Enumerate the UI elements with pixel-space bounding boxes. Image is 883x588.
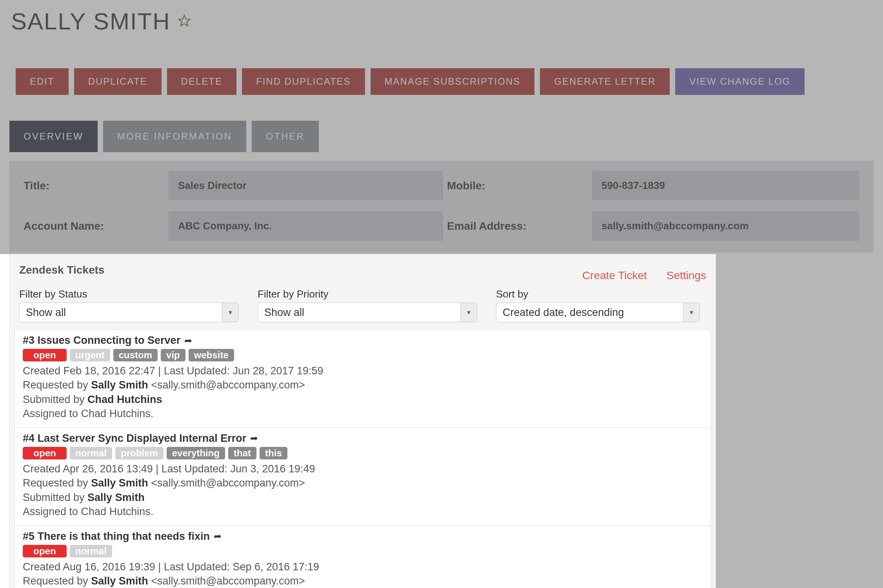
sort-by-label: Sort by xyxy=(496,288,700,300)
ticket-tag: website xyxy=(189,349,234,361)
mobile-value: 590-837-1839 xyxy=(592,171,859,200)
tab-other[interactable]: OTHER xyxy=(252,121,319,152)
status-badge: open xyxy=(23,447,67,459)
type-badge: problem xyxy=(115,447,164,459)
ticket-tag: this xyxy=(260,447,287,459)
filter-status-value: Show all xyxy=(20,307,222,319)
chevron-down-icon: ▾ xyxy=(222,303,238,322)
sort-by-value: Created date, descending xyxy=(496,307,683,319)
ticket-assigned-to: Assigned to Chad Hutchins. xyxy=(23,505,703,519)
account-value: ABC Company, Inc. xyxy=(169,211,443,241)
tab-more-information[interactable]: MORE INFORMATION xyxy=(103,121,246,152)
delete-button[interactable]: DELETE xyxy=(167,68,236,95)
ticket-row: #4 Last Server Sync Displayed Internal E… xyxy=(15,428,710,526)
ticket-tag: vip xyxy=(161,349,185,361)
create-ticket-link[interactable]: Create Ticket xyxy=(582,269,647,282)
manage-subscriptions-button[interactable]: MANAGE SUBSCRIPTIONS xyxy=(371,68,535,95)
ticket-submitted-by: Submitted by Sally Smith xyxy=(23,490,703,505)
ticket-requested-by: Requested by Sally Smith <sally.smith@ab… xyxy=(23,574,703,588)
ticket-list: #3 Issues Connecting to Server ➦ open ur… xyxy=(15,329,711,588)
zendesk-title: Zendesk Tickets xyxy=(19,264,104,276)
ticket-submitted-by: Submitted by Chad Hutchins xyxy=(23,392,703,407)
edit-button[interactable]: EDIT xyxy=(16,68,69,95)
ticket-title[interactable]: #3 Issues Connecting to Server xyxy=(23,334,180,347)
priority-badge: normal xyxy=(70,447,112,459)
account-label: Account Name: xyxy=(24,220,165,232)
ticket-tag: everything xyxy=(167,447,225,459)
email-label: Email Address: xyxy=(447,220,588,232)
generate-letter-button[interactable]: GENERATE LETTER xyxy=(540,68,670,95)
status-badge: open xyxy=(23,545,67,557)
share-icon[interactable]: ➦ xyxy=(250,433,258,444)
ticket-requested-by: Requested by Sally Smith <sally.smith@ab… xyxy=(23,378,703,392)
zendesk-panel: Zendesk Tickets Create Ticket Settings F… xyxy=(9,254,716,588)
ticket-requested-by: Requested by Sally Smith <sally.smith@ab… xyxy=(23,476,703,490)
tab-overview[interactable]: OVERVIEW xyxy=(9,121,98,152)
email-value: sally.smith@abccompany.com xyxy=(592,211,859,241)
share-icon[interactable]: ➦ xyxy=(184,335,192,346)
status-badge: open xyxy=(23,349,67,361)
favorite-star-icon[interactable] xyxy=(178,14,191,29)
priority-badge: urgent xyxy=(70,349,110,361)
filter-status-label: Filter by Status xyxy=(19,288,239,300)
chevron-down-icon: ▾ xyxy=(683,303,699,322)
filter-status-select[interactable]: Show all ▾ xyxy=(19,303,239,322)
svg-marker-0 xyxy=(178,15,189,25)
ticket-row: #3 Issues Connecting to Server ➦ open ur… xyxy=(15,330,710,428)
duplicate-button[interactable]: DUPLICATE xyxy=(74,68,162,95)
overview-panel: Title: Sales Director Mobile: 590-837-18… xyxy=(9,161,874,252)
filter-priority-select[interactable]: Show all ▾ xyxy=(258,303,477,322)
ticket-tag: custom xyxy=(113,349,158,361)
filter-priority-value: Show all xyxy=(258,307,460,319)
sort-by-select[interactable]: Created date, descending ▾ xyxy=(496,303,700,322)
priority-badge: normal xyxy=(70,545,112,557)
title-value: Sales Director xyxy=(169,171,443,200)
settings-link[interactable]: Settings xyxy=(667,269,706,282)
find-duplicates-button[interactable]: FIND DUPLICATES xyxy=(242,68,365,95)
filter-priority-label: Filter by Priority xyxy=(258,288,477,300)
ticket-dates: Created Feb 18, 2016 22:47 | Last Update… xyxy=(23,364,703,378)
share-icon[interactable]: ➦ xyxy=(214,531,222,542)
ticket-dates: Created Aug 16, 2016 19:39 | Last Update… xyxy=(23,560,703,574)
mobile-label: Mobile: xyxy=(447,180,588,192)
ticket-assigned-to: Assigned to Chad Hutchins. xyxy=(23,407,703,421)
ticket-row: #5 There is that thing that needs fixin … xyxy=(15,526,710,588)
ticket-title[interactable]: #4 Last Server Sync Displayed Internal E… xyxy=(23,432,246,445)
ticket-tag: that xyxy=(228,447,256,459)
title-label: Title: xyxy=(24,180,165,192)
view-change-log-button[interactable]: VIEW CHANGE LOG xyxy=(675,68,805,95)
chevron-down-icon: ▾ xyxy=(460,303,477,322)
ticket-title[interactable]: #5 There is that thing that needs fixin xyxy=(23,530,210,543)
page-title: SALLY SMITH xyxy=(11,8,171,35)
ticket-dates: Created Apr 26, 2016 13:49 | Last Update… xyxy=(23,462,703,476)
